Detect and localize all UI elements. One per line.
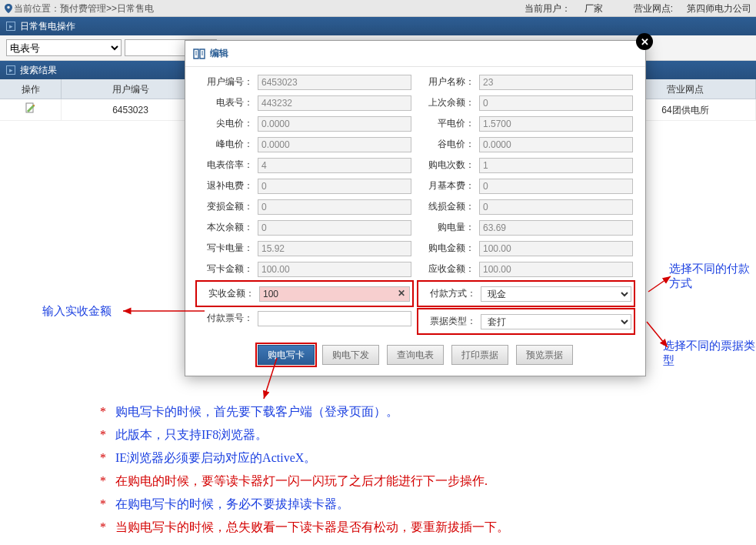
note-line: IE浏览器必须要启动对应的ActiveX。 bbox=[115, 446, 316, 470]
collapse-icon[interactable]: ▸ bbox=[6, 22, 15, 31]
notes-block: *购电写卡的时候，首先要下载客户端（登录页面）。 *此版本，只支持IF8浏览器。… bbox=[100, 400, 509, 539]
write-qty-field bbox=[258, 241, 411, 256]
svg-line-4 bbox=[647, 322, 668, 347]
annot-receipt-type: 选择不同的票据类型 bbox=[663, 339, 755, 368]
line-loss-field bbox=[479, 199, 633, 215]
clear-icon[interactable]: ✕ bbox=[398, 288, 405, 299]
book-icon bbox=[193, 48, 205, 59]
valley-price-field bbox=[479, 137, 633, 152]
loc-prefix: 当前位置： bbox=[14, 0, 60, 17]
location-icon bbox=[5, 4, 12, 13]
note-line: 此版本，只支持IF8浏览器。 bbox=[115, 423, 268, 446]
arrow-down-icon bbox=[261, 356, 308, 403]
dialog-header: 编辑 ✕ bbox=[185, 41, 645, 67]
annot-actual-amount: 输入实收金额 bbox=[42, 304, 112, 319]
transformer-loss-field bbox=[258, 199, 411, 215]
due-amount-field bbox=[479, 262, 633, 277]
actual-amount-input[interactable] bbox=[259, 286, 410, 302]
ticket-no-input[interactable] bbox=[258, 311, 411, 326]
branch-value: 第四师电力公司 bbox=[687, 3, 751, 14]
close-icon[interactable]: ✕ bbox=[636, 33, 653, 50]
collapse-icon[interactable]: ▸ bbox=[6, 65, 15, 75]
print-receipt-button[interactable]: 打印票据 bbox=[451, 345, 508, 365]
filter-field-select[interactable]: 电表号 bbox=[6, 39, 122, 56]
annot-payment-method: 选择不同的付款方式 bbox=[669, 262, 754, 291]
purchase-count-field bbox=[479, 158, 633, 173]
peak-price-field bbox=[258, 116, 411, 132]
user-label: 当前用户： bbox=[525, 3, 571, 14]
query-meter-button[interactable]: 查询电表 bbox=[387, 345, 444, 365]
write-amount-field bbox=[258, 262, 411, 277]
col-uid: 用户编号 bbox=[62, 79, 200, 99]
current-balance-field bbox=[258, 220, 411, 236]
preview-receipt-button[interactable]: 预览票据 bbox=[516, 345, 573, 365]
breadcrumb-bar: 当前位置： 预付费管理>>日常售电 当前用户：厂家 营业网点:第四师电力公司 bbox=[0, 0, 756, 17]
user-value: 厂家 bbox=[584, 3, 603, 14]
payment-method-select[interactable]: 现金 bbox=[481, 286, 631, 302]
dialog-title: 编辑 bbox=[210, 47, 228, 60]
note-line: 当购电写卡的时候，总失败看一下读卡器是否有松动，要重新拔插一下。 bbox=[115, 516, 509, 539]
arrow-right1-icon bbox=[646, 273, 674, 296]
last-balance-field bbox=[479, 95, 633, 111]
svg-line-5 bbox=[264, 358, 277, 399]
user-no-field bbox=[258, 75, 411, 90]
svg-line-3 bbox=[648, 276, 671, 292]
note-line: 在购电写卡的时候，务必不要拔掉读卡器。 bbox=[115, 493, 349, 516]
buy-send-button[interactable]: 购电下发 bbox=[322, 345, 379, 365]
row-action-icon[interactable] bbox=[0, 99, 62, 120]
user-name-field bbox=[479, 75, 633, 90]
high-price-field bbox=[258, 137, 411, 152]
loc-path: 预付费管理>>日常售电 bbox=[60, 0, 154, 17]
meter-no-field bbox=[258, 95, 411, 111]
note-line: 在购电的时候，要等读卡器灯一闪一闪玩了之后才能进行下一步操作. bbox=[115, 470, 488, 493]
arrow-right2-icon bbox=[644, 319, 671, 350]
row-uid: 6453023 bbox=[62, 99, 200, 120]
refund-field bbox=[258, 179, 411, 194]
branch-label: 营业网点: bbox=[634, 3, 673, 14]
buy-amount-field bbox=[479, 241, 633, 256]
svg-rect-1 bbox=[33, 105, 35, 106]
multiplier-field bbox=[258, 158, 411, 173]
flat-price-field bbox=[479, 116, 633, 132]
col-op: 操作 bbox=[0, 79, 62, 99]
receipt-type-select[interactable]: 套打 bbox=[481, 314, 631, 329]
note-line: 购电写卡的时候，首先要下载客户端（登录页面）。 bbox=[115, 400, 398, 423]
arrow-left-icon bbox=[122, 306, 206, 316]
monthly-fee-field bbox=[479, 179, 633, 194]
buy-qty-field bbox=[479, 220, 633, 236]
edit-dialog: 编辑 ✕ 用户编号： 电表号： 尖电价： 峰电价： 电表倍率： 退补电费： 变损… bbox=[185, 40, 646, 376]
